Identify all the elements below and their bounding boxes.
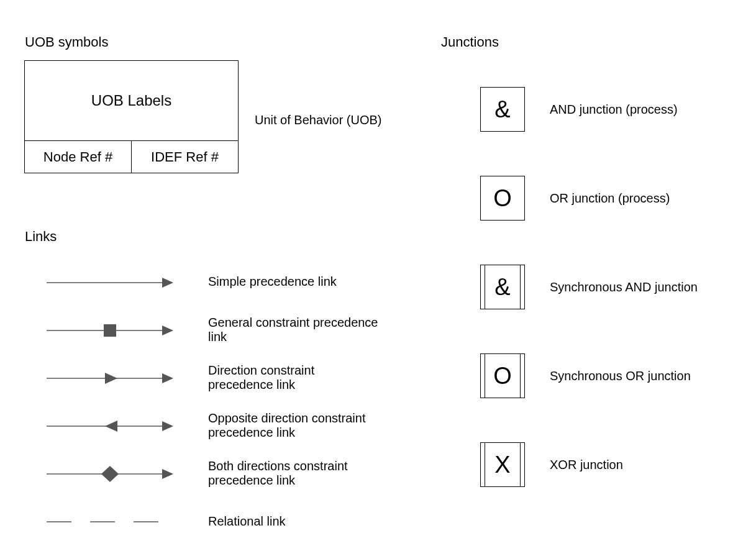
opposite-direction-constraint-link-icon <box>47 417 173 435</box>
svg-marker-9 <box>162 421 173 431</box>
simple-precedence-link-icon <box>47 273 173 292</box>
relational-link-icon <box>47 512 173 531</box>
junction-label-4: XOR junction <box>550 458 623 472</box>
junction-label-1: OR junction (process) <box>550 191 670 206</box>
junction-label-3: Synchronous OR junction <box>550 369 691 383</box>
junctions-section-heading: Junctions <box>441 34 499 50</box>
uob-node-ref: Node Ref # <box>25 141 132 173</box>
and-junction-box: & <box>480 87 525 132</box>
svg-marker-13 <box>101 466 119 482</box>
direction-constraint-link-icon <box>47 369 173 388</box>
svg-rect-4 <box>104 324 116 337</box>
uob-caption: Unit of Behavior (UOB) <box>255 113 382 127</box>
sync-and-junction-box: & <box>480 265 525 309</box>
link-label-5: Relational link <box>208 514 286 529</box>
general-constraint-link-icon <box>47 321 173 340</box>
link-label-3: Opposite direction constraint precedence… <box>208 411 394 440</box>
link-label-4: Both directions constraint precedence li… <box>208 459 394 488</box>
both-directions-constraint-link-icon <box>47 465 173 483</box>
links-section-heading: Links <box>25 229 57 245</box>
uob-idef-ref: IDEF Ref # <box>132 141 238 173</box>
xor-junction-box: X <box>480 442 525 487</box>
junction-label-2: Synchronous AND junction <box>550 280 698 294</box>
svg-marker-12 <box>162 469 173 479</box>
svg-marker-6 <box>162 373 173 383</box>
svg-marker-10 <box>105 421 117 432</box>
svg-marker-7 <box>105 373 117 384</box>
junction-label-0: AND junction (process) <box>550 102 678 117</box>
uob-symbol-box: UOB Labels Node Ref # IDEF Ref # <box>24 60 239 173</box>
svg-marker-1 <box>162 278 173 288</box>
uob-section-heading: UOB symbols <box>25 34 108 50</box>
svg-marker-3 <box>162 326 173 335</box>
sync-or-junction-box: O <box>480 353 525 398</box>
or-junction-box: O <box>480 176 525 221</box>
link-label-0: Simple precedence link <box>208 275 337 289</box>
link-label-2: Direction constraint precedence link <box>208 363 382 392</box>
uob-top-label: UOB Labels <box>25 61 238 141</box>
link-label-1: General constraint precedence link <box>208 316 382 344</box>
